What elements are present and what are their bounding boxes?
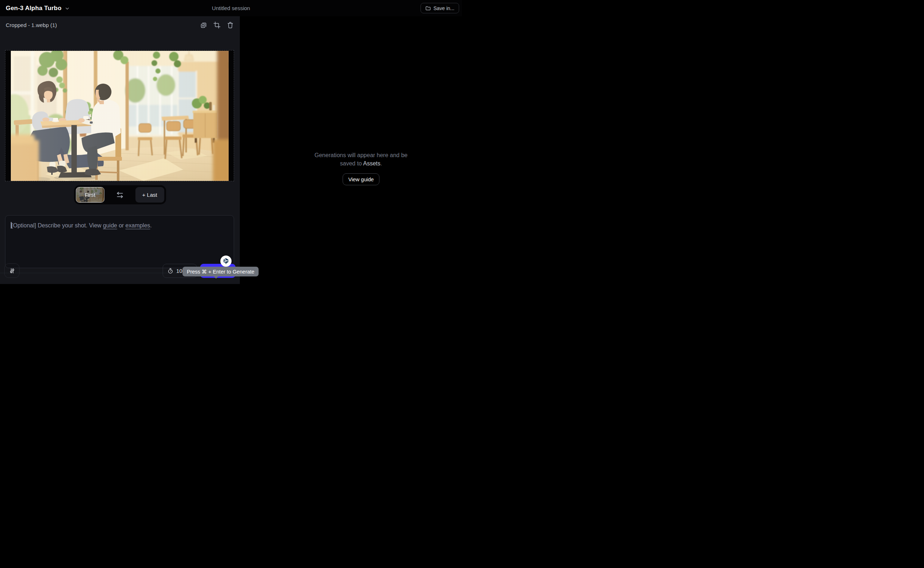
- save-in-button[interactable]: Save in...: [421, 3, 459, 13]
- settings-button[interactable]: [5, 263, 20, 278]
- prompt-input[interactable]: [Optional] Describe your shot. View guid…: [5, 215, 234, 268]
- hexagon-share-icon: [222, 257, 230, 265]
- asset-filename: Cropped - 1.webp (1): [6, 22, 57, 28]
- keyframe-selector: First + Last: [74, 185, 166, 204]
- input-panel: Cropped - 1.webp (1): [0, 16, 240, 284]
- session-title[interactable]: Untitled session: [212, 0, 250, 16]
- model-selector-dropdown[interactable]: Gen-3 Alpha Turbo: [6, 0, 70, 16]
- add-last-frame-button[interactable]: + Last: [135, 187, 164, 202]
- prompt-placeholder: [Optional] Describe your shot. View: [12, 222, 103, 228]
- generate-shortcut-tooltip: Press ⌘ + Enter to Generate: [182, 267, 259, 276]
- crop-asset-button[interactable]: [213, 21, 221, 29]
- empty-state: Generations will appear here and be save…: [278, 151, 444, 185]
- output-panel: Generations will appear here and be save…: [240, 16, 462, 284]
- folder-icon: [425, 5, 431, 11]
- prompt-placeholder-period: .: [150, 222, 151, 228]
- chevron-down-icon: [65, 6, 70, 11]
- save-in-label: Save in...: [433, 5, 454, 11]
- input-image-frame[interactable]: [5, 50, 234, 181]
- duplicate-plus-icon: [200, 21, 208, 29]
- timer-icon: [167, 268, 173, 274]
- trash-icon: [227, 21, 234, 29]
- asset-header: Cropped - 1.webp (1): [0, 16, 240, 34]
- empty-state-text: Generations will appear here and be save…: [278, 151, 444, 168]
- examples-link[interactable]: examples: [126, 222, 150, 228]
- crop-icon: [213, 21, 221, 29]
- view-guide-button[interactable]: View guide: [342, 173, 380, 185]
- tooltip-text: Press ⌘ + Enter to Generate: [187, 269, 254, 275]
- swap-arrows-icon: [116, 191, 124, 199]
- app-root: Gen-3 Alpha Turbo Untitled session Save …: [0, 0, 462, 284]
- cafe-photo: [11, 51, 229, 181]
- swap-frames-button[interactable]: [112, 188, 128, 202]
- assets-link[interactable]: Assets: [363, 160, 380, 166]
- assistant-badge[interactable]: [220, 255, 232, 267]
- prompt-placeholder-or: or: [117, 222, 126, 228]
- first-frame-label: First: [85, 192, 95, 198]
- sliders-icon: [9, 267, 15, 274]
- top-bar: Gen-3 Alpha Turbo Untitled session Save …: [0, 0, 462, 16]
- model-name: Gen-3 Alpha Turbo: [6, 5, 62, 12]
- delete-asset-button[interactable]: [226, 21, 234, 29]
- first-frame-button[interactable]: First: [76, 187, 104, 202]
- guide-link[interactable]: guide: [103, 222, 117, 228]
- duplicate-asset-button[interactable]: [200, 21, 208, 29]
